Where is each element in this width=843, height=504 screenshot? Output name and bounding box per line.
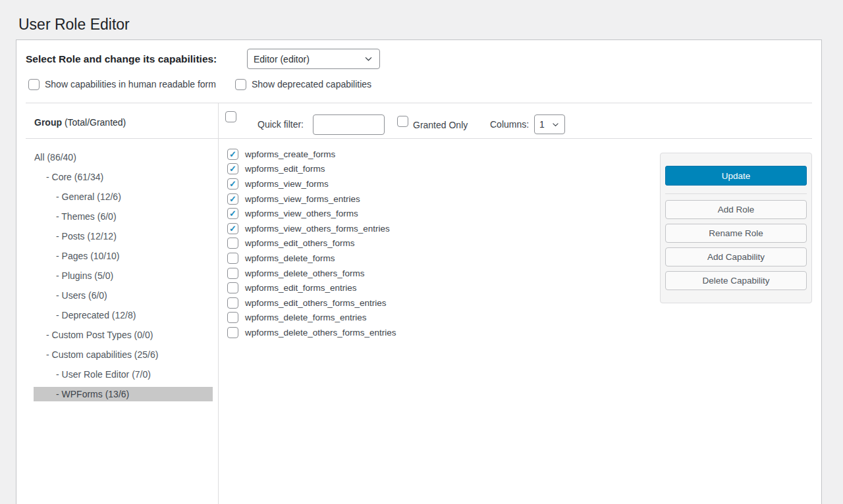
column-divider	[218, 103, 219, 504]
capability-row: wpforms_delete_forms	[227, 251, 396, 266]
columns-select-value: 1	[539, 119, 545, 130]
group-header-suffix: (Total/Granted)	[65, 117, 126, 128]
actions-divider	[665, 193, 807, 194]
capability-row: wpforms_delete_others_forms	[227, 266, 396, 281]
capabilities-list: ✓ wpforms_create_forms ✓ wpforms_edit_fo…	[227, 147, 396, 340]
granted-only-label: Granted Only	[413, 120, 468, 131]
capability-checkbox[interactable]: ✓	[227, 163, 238, 174]
capability-label: wpforms_edit_forms_entries	[245, 282, 357, 293]
capability-label: wpforms_edit_forms	[245, 163, 325, 174]
actions-panel: Update Add Role Rename Role Add Capabili…	[660, 153, 812, 303]
capability-label: wpforms_edit_others_forms_entries	[245, 297, 387, 309]
capability-label: wpforms_view_others_forms	[245, 208, 358, 219]
group-tree-item[interactable]: - Users (6/0)	[34, 288, 213, 303]
quick-filter-input[interactable]	[313, 114, 385, 135]
chevron-down-icon	[364, 54, 373, 64]
group-tree-item[interactable]: - Plugins (5/0)	[34, 268, 213, 283]
group-tree-item[interactable]: - Themes (6/0)	[34, 209, 213, 224]
capability-row: wpforms_edit_others_forms_entries	[227, 295, 396, 311]
capability-label: wpforms_view_forms	[245, 178, 329, 189]
columns-label: Columns:	[490, 119, 529, 130]
capability-row: wpforms_edit_forms_entries	[227, 280, 396, 295]
human-readable-label: Show capabilities in human readable form	[45, 79, 216, 90]
capability-row: ✓ wpforms_view_forms_entries	[227, 191, 396, 207]
capability-row: wpforms_edit_others_forms	[227, 236, 396, 251]
group-tree-item[interactable]: - Custom Post Types (0/0)	[34, 328, 213, 342]
role-select[interactable]: Editor (editor)	[247, 49, 380, 69]
group-tree-item[interactable]: - WPForms (13/6)	[34, 387, 213, 401]
human-readable-checkbox[interactable]	[28, 79, 40, 90]
add-role-button[interactable]: Add Role	[665, 200, 807, 219]
delete-capability-button[interactable]: Delete Capability	[665, 271, 807, 290]
capability-label: wpforms_delete_forms_entries	[245, 312, 367, 323]
capability-label: wpforms_delete_forms	[245, 253, 335, 264]
capability-checkbox[interactable]: ✓	[227, 193, 238, 205]
capability-checkbox[interactable]	[227, 238, 238, 249]
quick-filter-label: Quick filter:	[258, 119, 304, 130]
group-header-bold: Group	[34, 117, 62, 128]
capability-checkbox[interactable]: ✓	[227, 149, 238, 160]
capability-row: ✓ wpforms_create_forms	[227, 147, 396, 162]
capability-checkbox[interactable]	[227, 297, 238, 309]
section-divider-top	[26, 103, 812, 103]
capability-checkbox[interactable]	[227, 268, 238, 279]
add-capability-button[interactable]: Add Capability	[665, 247, 807, 266]
capability-checkbox[interactable]: ✓	[227, 208, 238, 219]
capability-label: wpforms_delete_others_forms_entries	[245, 327, 396, 338]
section-divider-middle	[26, 138, 812, 139]
capability-row: ✓ wpforms_view_others_forms	[227, 206, 396, 221]
deprecated-checkbox[interactable]	[235, 79, 246, 90]
page-title: User Role Editor	[18, 14, 130, 34]
capability-checkbox[interactable]: ✓	[227, 223, 238, 234]
capability-checkbox[interactable]	[227, 327, 238, 338]
group-tree-item[interactable]: - Posts (12/12)	[34, 229, 213, 243]
group-tree-item[interactable]: - General (12/6)	[34, 189, 213, 204]
group-header: Group (Total/Granted)	[34, 117, 126, 128]
group-tree-item[interactable]: - Pages (10/10)	[34, 249, 213, 263]
capability-checkbox[interactable]	[227, 282, 238, 293]
group-tree-item[interactable]: - Deprecated (12/8)	[34, 308, 213, 322]
columns-select[interactable]: 1	[534, 114, 565, 134]
group-tree-item[interactable]: All (86/40)	[34, 150, 213, 164]
main-panel: Select Role and change its capabilities:…	[16, 39, 822, 504]
group-tree-item[interactable]: - Core (61/34)	[34, 170, 213, 184]
update-button[interactable]: Update	[665, 166, 807, 186]
capability-label: wpforms_delete_others_forms	[245, 268, 365, 279]
group-tree: All (86/40)- Core (61/34)- General (12/6…	[34, 150, 213, 407]
select-all-checkbox[interactable]	[225, 111, 236, 122]
deprecated-label: Show deprecated capabilities	[252, 79, 371, 90]
capability-row: wpforms_delete_others_forms_entries	[227, 325, 396, 340]
capability-row: ✓ wpforms_view_forms	[227, 176, 396, 191]
granted-only-checkbox[interactable]	[397, 116, 408, 127]
capability-row: wpforms_delete_forms_entries	[227, 311, 396, 326]
capability-row: ✓ wpforms_view_others_forms_entries	[227, 221, 396, 236]
capability-label: wpforms_edit_others_forms	[245, 238, 355, 249]
capability-checkbox[interactable]	[227, 312, 238, 323]
capability-label: wpforms_create_forms	[245, 149, 335, 160]
role-select-value: Editor (editor)	[254, 54, 310, 64]
capability-row: ✓ wpforms_edit_forms	[227, 162, 396, 177]
role-select-label: Select Role and change its capabilities:	[26, 49, 217, 69]
capability-label: wpforms_view_forms_entries	[245, 193, 360, 205]
chevron-down-icon	[551, 120, 560, 129]
group-tree-item[interactable]: - User Role Editor (7/0)	[34, 367, 213, 382]
rename-role-button[interactable]: Rename Role	[665, 224, 807, 243]
capability-checkbox[interactable]	[227, 253, 238, 264]
capability-label: wpforms_view_others_forms_entries	[245, 223, 390, 234]
group-tree-item[interactable]: - Custom capabilities (25/6)	[34, 347, 213, 362]
capability-checkbox[interactable]: ✓	[227, 178, 238, 189]
